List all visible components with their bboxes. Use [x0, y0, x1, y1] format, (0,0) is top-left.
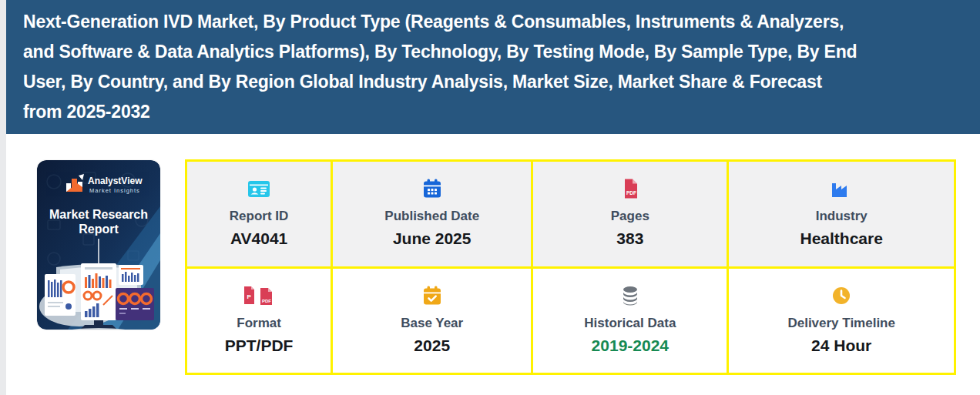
meta-value: 2019-2024: [592, 336, 669, 355]
meta-value: 24 Hour: [811, 336, 871, 355]
meta-cell-delivery-timeline: Delivery Timeline 24 Hour: [729, 269, 954, 373]
svg-text:P: P: [247, 293, 252, 300]
meta-value: PPT/PDF: [225, 336, 294, 355]
meta-label: Base Year: [401, 316, 463, 331]
meta-cell-format: P PDF Format PPT/PDF: [187, 269, 331, 373]
meta-cell-industry: Industry Healthcare: [729, 162, 954, 266]
calendar-check-icon: [421, 283, 444, 308]
calendar-icon: [421, 176, 444, 201]
meta-label: Pages: [611, 209, 649, 224]
chart-card-left: [45, 274, 76, 316]
report-title-line: Next-Generation IVD Market, By Product T…: [23, 7, 963, 37]
factory-icon: [830, 176, 853, 201]
meta-label: Industry: [816, 209, 868, 224]
meta-value: 383: [616, 229, 643, 248]
id-card-icon: [247, 176, 270, 201]
meta-value: Healthcare: [800, 229, 883, 248]
meta-cell-historical-data: Historical Data 2019-2024: [533, 269, 727, 373]
page-left-gutter: [0, 0, 6, 395]
report-summary-page: Next-Generation IVD Market, By Product T…: [0, 0, 980, 395]
pdf-file-icon: PDF: [619, 176, 642, 201]
report-title-line: and Software & Data Analytics Platforms)…: [23, 37, 963, 67]
meta-label: Delivery Timeline: [787, 316, 895, 331]
chart-card-purple: [116, 288, 154, 320]
report-cover-illustration: AnalystView Market Insights Market Resea…: [37, 160, 160, 330]
brand-name: AnalystView: [88, 176, 143, 186]
meta-cell-pages: PDF Pages 383: [533, 162, 727, 266]
meta-cell-base-year: Base Year 2025: [333, 269, 531, 373]
chart-card-right: [119, 265, 143, 285]
report-title-banner: Next-Generation IVD Market, By Product T…: [6, 0, 980, 134]
database-icon: [619, 283, 642, 308]
meta-label: Report ID: [230, 209, 289, 224]
meta-value: June 2025: [393, 229, 472, 248]
meta-label: Format: [237, 316, 281, 331]
meta-value: AV4041: [230, 229, 287, 248]
meta-label: Published Date: [384, 209, 479, 224]
meta-value: 2025: [414, 336, 450, 355]
ppt-pdf-files-icon: P PDF: [242, 283, 276, 308]
report-title-line: from 2025-2032: [23, 97, 963, 127]
chart-card-center: [81, 263, 116, 320]
svg-text:PDF: PDF: [626, 190, 636, 196]
meta-cell-report-id: Report ID AV4041: [187, 162, 331, 266]
cover-title-line2: Report: [79, 223, 119, 236]
report-cover-thumbnail: AnalystView Market Insights Market Resea…: [37, 160, 160, 330]
cover-title-line1: Market Research: [49, 208, 148, 221]
clock-icon: [830, 283, 853, 308]
report-meta-grid: Report ID AV4041 Published Date June 202…: [185, 159, 956, 375]
report-title-line: User, By Country, and By Region Global I…: [23, 67, 963, 97]
svg-text:PDF: PDF: [262, 299, 271, 303]
meta-label: Historical Data: [584, 316, 676, 331]
meta-cell-published-date: Published Date June 2025: [333, 162, 531, 266]
brand-subtitle: Market Insights: [89, 187, 140, 194]
